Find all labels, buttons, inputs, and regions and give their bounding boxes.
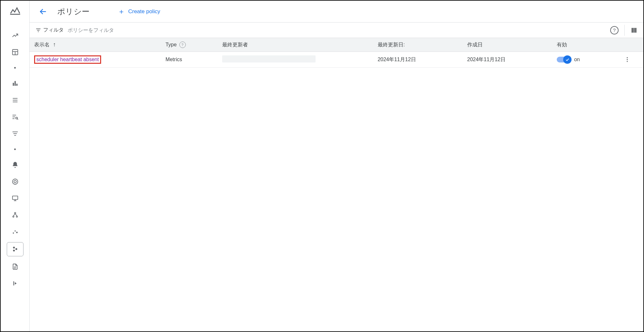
trend-chart-icon[interactable] bbox=[9, 29, 22, 42]
topbar: ポリシー ＋ Create policy bbox=[30, 1, 643, 23]
divider bbox=[624, 25, 625, 36]
enabled-toggle[interactable] bbox=[557, 57, 571, 62]
back-button[interactable] bbox=[37, 5, 50, 18]
create-policy-button[interactable]: ＋ Create policy bbox=[118, 8, 160, 15]
cell-type: Metrics bbox=[162, 52, 218, 68]
svg-point-17 bbox=[14, 180, 16, 183]
scatter-icon[interactable] bbox=[9, 225, 22, 238]
filter-chip[interactable]: フィルタ bbox=[35, 27, 64, 33]
col-header-enabled-label: 有効 bbox=[557, 42, 567, 47]
target-icon[interactable] bbox=[9, 175, 22, 188]
col-header-created-label: 作成日 bbox=[467, 42, 483, 47]
expand-icon[interactable] bbox=[9, 277, 22, 290]
plus-icon: ＋ bbox=[118, 8, 125, 15]
col-header-last-updated[interactable]: 最終更新日: bbox=[374, 38, 463, 52]
column-picker-icon[interactable] bbox=[630, 27, 638, 34]
svg-rect-18 bbox=[12, 196, 18, 200]
filter-chip-label: フィルタ bbox=[43, 27, 64, 33]
svg-point-21 bbox=[14, 213, 15, 214]
svg-line-12 bbox=[17, 119, 18, 119]
svg-point-11 bbox=[15, 117, 17, 119]
cell-last-updated: 2024年11月12日 bbox=[374, 52, 463, 68]
col-header-actions bbox=[619, 38, 643, 52]
svg-rect-4 bbox=[16, 84, 17, 86]
svg-point-16 bbox=[12, 179, 18, 185]
row-actions-menu[interactable] bbox=[623, 55, 632, 64]
main-content: ポリシー ＋ Create policy フィルタ ? 表示名 bbox=[30, 1, 643, 331]
cell-created: 2024年11月12日 bbox=[463, 52, 553, 68]
col-header-last-updater[interactable]: 最終更新者 bbox=[218, 38, 374, 52]
table-header-row: 表示名 ↑ Type ? 最終更新者 最終更新日: bbox=[30, 38, 643, 52]
svg-point-27 bbox=[14, 230, 16, 232]
svg-point-26 bbox=[13, 232, 14, 234]
svg-rect-36 bbox=[632, 28, 633, 33]
table-row: scheduler heartbeat absent Metrics 2024年… bbox=[30, 52, 643, 68]
policy-table: 表示名 ↑ Type ? 最終更新者 最終更新日: bbox=[30, 38, 643, 68]
monitoring-logo-icon[interactable] bbox=[10, 5, 21, 16]
svg-point-39 bbox=[627, 57, 628, 58]
sort-asc-icon: ↑ bbox=[53, 41, 56, 48]
col-header-type-label: Type bbox=[166, 42, 177, 48]
hex-group-icon[interactable] bbox=[7, 242, 24, 256]
policy-name-link[interactable]: scheduler heartbeat absent bbox=[34, 55, 101, 64]
col-header-last-updater-label: 最終更新者 bbox=[222, 42, 248, 47]
list-icon[interactable] bbox=[9, 94, 22, 107]
svg-rect-31 bbox=[13, 281, 14, 286]
svg-rect-38 bbox=[635, 28, 637, 33]
svg-point-40 bbox=[627, 59, 628, 60]
document-icon[interactable] bbox=[9, 260, 22, 273]
col-header-enabled[interactable]: 有効 bbox=[553, 38, 619, 52]
filter-bar: フィルタ ? bbox=[30, 23, 643, 38]
svg-rect-37 bbox=[633, 28, 635, 33]
bell-icon[interactable] bbox=[9, 158, 22, 171]
svg-rect-3 bbox=[14, 81, 16, 86]
sidebar-separator-dot bbox=[14, 67, 16, 69]
help-icon[interactable]: ? bbox=[610, 26, 619, 34]
col-header-created[interactable]: 作成日 bbox=[463, 38, 553, 52]
svg-line-24 bbox=[13, 214, 15, 216]
enabled-label: on bbox=[574, 57, 580, 62]
policy-table-wrap: 表示名 ↑ Type ? 最終更新者 最終更新日: bbox=[30, 38, 643, 331]
create-policy-label: Create policy bbox=[128, 8, 160, 15]
col-header-name[interactable]: 表示名 ↑ bbox=[30, 38, 162, 52]
monitor-icon[interactable] bbox=[9, 192, 22, 205]
nodes-icon[interactable] bbox=[9, 209, 22, 222]
sidebar bbox=[1, 1, 30, 331]
col-header-type[interactable]: Type ? bbox=[162, 38, 218, 52]
filter-input[interactable] bbox=[68, 27, 606, 33]
bar-chart-icon[interactable] bbox=[9, 77, 22, 90]
filter-lines-icon[interactable] bbox=[9, 127, 22, 140]
svg-point-28 bbox=[16, 232, 18, 233]
col-header-name-label: 表示名 bbox=[34, 42, 50, 47]
svg-rect-2 bbox=[13, 83, 14, 86]
enabled-toggle-wrap: on bbox=[557, 57, 615, 62]
col-header-last-updated-label: 最終更新日: bbox=[378, 42, 405, 47]
svg-point-22 bbox=[13, 216, 14, 217]
svg-line-25 bbox=[15, 214, 17, 216]
page-title: ポリシー bbox=[57, 6, 90, 17]
sidebar-separator-dot bbox=[14, 148, 16, 150]
cell-last-updater bbox=[218, 52, 374, 68]
toggle-knob-check-icon bbox=[563, 55, 572, 64]
svg-point-41 bbox=[627, 61, 628, 62]
type-help-icon[interactable]: ? bbox=[179, 42, 186, 48]
redacted-value bbox=[222, 55, 316, 62]
search-list-icon[interactable] bbox=[9, 110, 22, 123]
dashboard-icon[interactable] bbox=[9, 46, 22, 59]
svg-rect-0 bbox=[10, 14, 20, 15]
svg-point-23 bbox=[16, 216, 17, 217]
